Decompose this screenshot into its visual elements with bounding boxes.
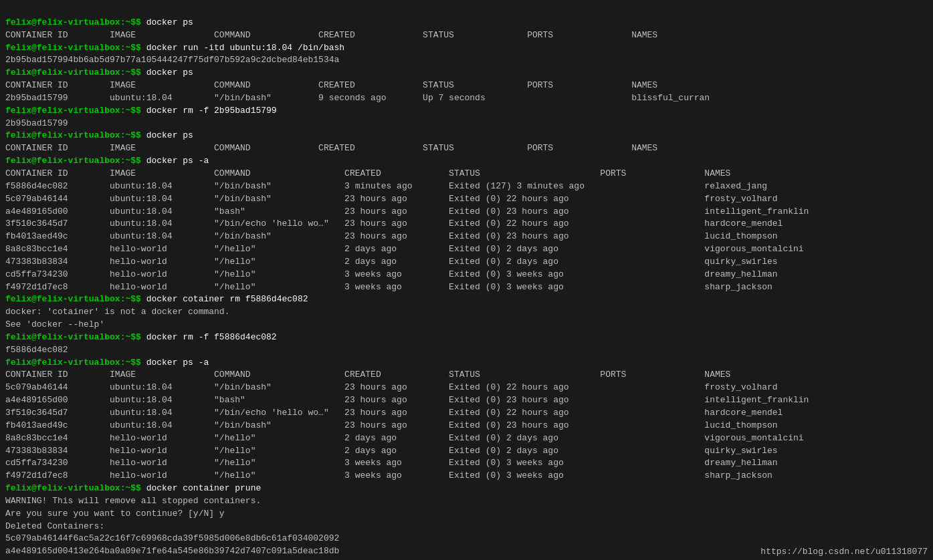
status-bar: https://blog.csdn.net/u011318077: [755, 545, 933, 560]
terminal-line: 8a8c83bcc1e4 hello-world "/hello" 2 days…: [5, 243, 928, 256]
terminal-line: Are you sure you want to continue? [y/N]…: [5, 508, 928, 521]
terminal-line: 2b95bad157994bb6ab5d97b77a105444247f75df…: [5, 54, 928, 67]
terminal-line: 3f510c3645d7 ubuntu:18.04 "/bin/echo 'he…: [5, 218, 928, 231]
terminal-line: Deleted Containers:: [5, 521, 928, 533]
terminal-line: f5886d4ec082: [5, 344, 928, 357]
terminal-line: felix@felix-virtualbox:~$$ docker ps: [5, 17, 928, 29]
prompt-text: felix@felix-virtualbox:~$$: [5, 130, 146, 140]
command-text: docker ps: [146, 17, 193, 27]
terminal-line: 8a8c83bcc1e4 hello-world "/hello" 2 days…: [5, 432, 928, 445]
command-text: docker ps: [146, 67, 193, 78]
terminal-line: a4e489165d00 ubuntu:18.04 "bash" 23 hour…: [5, 394, 928, 407]
terminal-line: 2b95bad15799: [5, 118, 928, 130]
command-text: docker rm -f f5886d4ec082: [146, 332, 277, 342]
terminal-line: CONTAINER ID IMAGE COMMAND CREATED STATU…: [5, 369, 928, 382]
prompt-text: felix@felix-virtualbox:~$$: [5, 17, 146, 27]
prompt-text: felix@felix-virtualbox:~$$: [5, 43, 146, 53]
command-text: docker ps -a: [146, 358, 209, 368]
command-text: docker ps -a: [146, 156, 209, 166]
terminal-line: f4972d1d7ec8 hello-world "/hello" 3 week…: [5, 470, 928, 482]
terminal-line: CONTAINER ID IMAGE COMMAND CREATED STATU…: [5, 142, 928, 155]
terminal-line: 5c079ab46144f6ac5a22c16f7c69968cda39f598…: [5, 533, 928, 545]
terminal: felix@felix-virtualbox:~$$ docker psCONT…: [0, 0, 933, 560]
prompt-text: felix@felix-virtualbox:~$$: [5, 156, 146, 166]
terminal-line: f4972d1d7ec8 hello-world "/hello" 3 week…: [5, 281, 928, 294]
prompt-text: felix@felix-virtualbox:~$$: [5, 106, 146, 116]
terminal-line: 2b95bad15799 ubuntu:18.04 "/bin/bash" 9 …: [5, 92, 928, 105]
prompt-text: felix@felix-virtualbox:~$$: [5, 67, 146, 78]
terminal-line: 473383b83834 hello-world "/hello" 2 days…: [5, 256, 928, 269]
terminal-line: WARNING! This will remove all stopped co…: [5, 495, 928, 508]
terminal-line: felix@felix-virtualbox:~$$ docker ps -a: [5, 155, 928, 168]
terminal-line: 473383b83834 hello-world "/hello" 2 days…: [5, 445, 928, 458]
terminal-line: felix@felix-virtualbox:~$$ docker contai…: [5, 482, 928, 495]
terminal-line: felix@felix-virtualbox:~$$ docker rm -f …: [5, 105, 928, 118]
command-text: docker ps: [146, 130, 193, 140]
terminal-line: 3f510c3645d7 ubuntu:18.04 "/bin/echo 'he…: [5, 407, 928, 420]
prompt-text: felix@felix-virtualbox:~$$: [5, 332, 146, 342]
terminal-line: felix@felix-virtualbox:~$$ docker run -i…: [5, 42, 928, 55]
terminal-line: CONTAINER ID IMAGE COMMAND CREATED STATU…: [5, 80, 928, 92]
command-text: docker container prune: [146, 483, 262, 493]
terminal-line: fb4013aed49c ubuntu:18.04 "/bin/bash" 23…: [5, 420, 928, 432]
prompt-text: felix@felix-virtualbox:~$$: [5, 294, 146, 304]
command-text: docker cotainer rm f5886d4ec082: [146, 294, 308, 304]
terminal-line: fb4013aed49c ubuntu:18.04 "/bin/bash" 23…: [5, 231, 928, 243]
terminal-line: CONTAINER ID IMAGE COMMAND CREATED STATU…: [5, 29, 928, 42]
status-url: https://blog.csdn.net/u011318077: [760, 547, 928, 557]
terminal-line: 5c079ab46144 ubuntu:18.04 "/bin/bash" 23…: [5, 193, 928, 206]
terminal-line: a4e489165d00 ubuntu:18.04 "bash" 23 hour…: [5, 206, 928, 219]
prompt-text: felix@felix-virtualbox:~$$: [5, 358, 146, 368]
prompt-text: felix@felix-virtualbox:~$$: [5, 483, 146, 493]
terminal-line: f5886d4ec082 ubuntu:18.04 "/bin/bash" 3 …: [5, 180, 928, 193]
terminal-line: felix@felix-virtualbox:~$$ docker ps -a: [5, 357, 928, 370]
command-text: docker rm -f 2b95bad15799: [146, 106, 277, 116]
terminal-line: felix@felix-virtualbox:~$$ docker ps: [5, 67, 928, 80]
terminal-line: felix@felix-virtualbox:~$$ docker rm -f …: [5, 331, 928, 344]
terminal-line: See 'docker --help': [5, 319, 928, 331]
terminal-line: docker: 'cotainer' is not a docker comma…: [5, 306, 928, 319]
terminal-line: cd5ffa734230 hello-world "/hello" 3 week…: [5, 269, 928, 281]
terminal-line: felix@felix-virtualbox:~$$ docker ps: [5, 130, 928, 142]
command-text: docker run -itd ubuntu:18.04 /bin/bash: [146, 43, 344, 53]
terminal-line: 5c079ab46144 ubuntu:18.04 "/bin/bash" 23…: [5, 382, 928, 394]
terminal-line: CONTAINER ID IMAGE COMMAND CREATED STATU…: [5, 168, 928, 180]
terminal-line: felix@felix-virtualbox:~$$ docker cotain…: [5, 293, 928, 306]
terminal-line: cd5ffa734230 hello-world "/hello" 3 week…: [5, 457, 928, 470]
